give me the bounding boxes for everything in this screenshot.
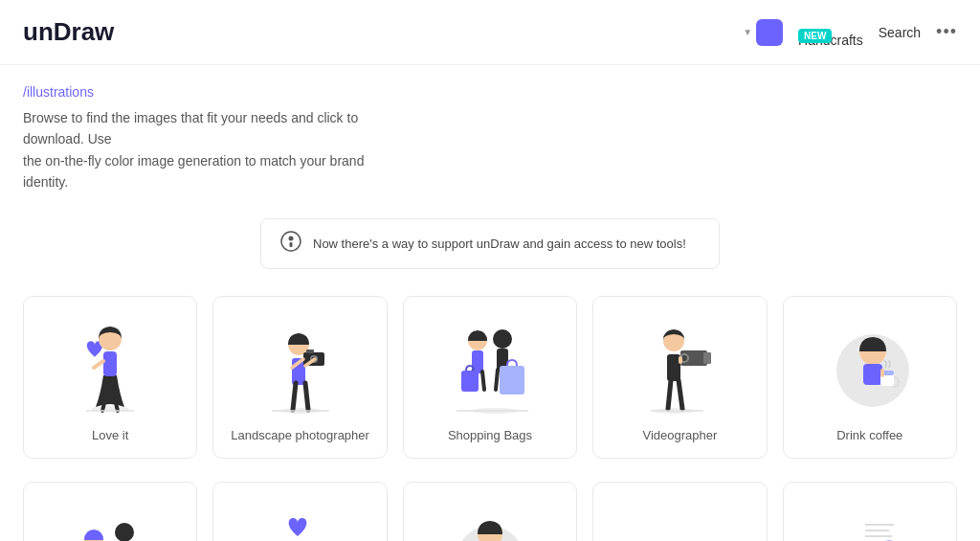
svg-rect-35 (667, 354, 680, 381)
illustration-mobile-search (799, 498, 941, 541)
illustration-drink-coffee (799, 312, 941, 420)
card-pilates[interactable]: Pilates (592, 482, 767, 541)
logo: unDraw (23, 17, 743, 47)
card-coffee-time[interactable]: Coffee Time (403, 482, 577, 541)
svg-line-14 (305, 383, 308, 410)
svg-rect-31 (500, 366, 524, 394)
svg-line-38 (679, 380, 682, 409)
card-label-drink-coffee: Drink coffee (836, 428, 902, 442)
svg-line-13 (293, 383, 296, 410)
card-appreciation[interactable]: Appreciation (212, 482, 387, 541)
card-videographer[interactable]: Videographer (592, 296, 767, 459)
svg-rect-40 (703, 352, 711, 364)
illustration-shopping-bags (419, 312, 561, 420)
card-label-shopping-bags: Shopping Bags (448, 428, 532, 442)
svg-point-1 (289, 236, 294, 240)
illustration-landscape-photographer (229, 312, 370, 420)
gallery-row1: Love it (0, 284, 980, 482)
svg-line-37 (668, 380, 671, 409)
hero-description: Browse to find the images that fit your … (23, 107, 387, 193)
svg-rect-4 (103, 351, 117, 376)
card-label-landscape-photographer: Landscape photographer (231, 428, 369, 442)
search-link[interactable]: Search (879, 25, 921, 40)
illustration-coffee-time (419, 498, 561, 541)
card-label-videographer: Videographer (642, 428, 717, 442)
promo-banner[interactable]: Now there's a way to support unDraw and … (260, 218, 720, 269)
hero-section: /illustrations Browse to find the images… (0, 65, 980, 203)
svg-rect-16 (306, 349, 314, 353)
handcrafts-wrapper: NEW Handcrafts (798, 15, 863, 49)
svg-line-26 (482, 372, 484, 390)
svg-rect-32 (461, 371, 479, 392)
color-dropdown-arrow-icon: ▼ (743, 27, 752, 37)
svg-rect-47 (863, 364, 882, 385)
illustration-appreciation (229, 498, 370, 541)
card-love-it[interactable]: Love it (23, 296, 197, 459)
new-badge: NEW (798, 29, 832, 43)
card-landscape-photographer[interactable]: Landscape photographer (212, 296, 387, 459)
more-options-icon[interactable]: ••• (936, 22, 957, 42)
card-mobile-search[interactable]: Mobile search (783, 482, 957, 541)
color-swatch[interactable] (756, 19, 783, 46)
svg-point-55 (115, 523, 134, 541)
header: unDraw ▼ NEW Handcrafts Search ••• (0, 0, 980, 65)
gallery-row2: In love Appreciation (0, 482, 980, 541)
illustration-pilates (609, 498, 750, 541)
illustration-in-love (39, 498, 181, 541)
color-swatch-wrapper[interactable]: ▼ (743, 19, 783, 46)
svg-point-27 (493, 329, 512, 349)
promo-icon (280, 231, 301, 257)
svg-line-6 (94, 361, 103, 368)
header-right: ▼ NEW Handcrafts Search ••• (743, 15, 957, 49)
svg-point-0 (281, 232, 301, 251)
card-label-love-it: Love it (92, 428, 128, 442)
illustration-videographer (609, 312, 750, 420)
breadcrumb: /illustrations (23, 84, 957, 100)
illustration-love-it (39, 312, 181, 420)
svg-line-29 (496, 370, 498, 390)
card-shopping-bags[interactable]: Shopping Bags (403, 296, 577, 459)
promo-text: Now there's a way to support unDraw and … (313, 237, 686, 251)
card-in-love[interactable]: In love (23, 482, 197, 541)
card-drink-coffee[interactable]: Drink coffee (783, 296, 957, 459)
svg-rect-2 (290, 242, 293, 247)
